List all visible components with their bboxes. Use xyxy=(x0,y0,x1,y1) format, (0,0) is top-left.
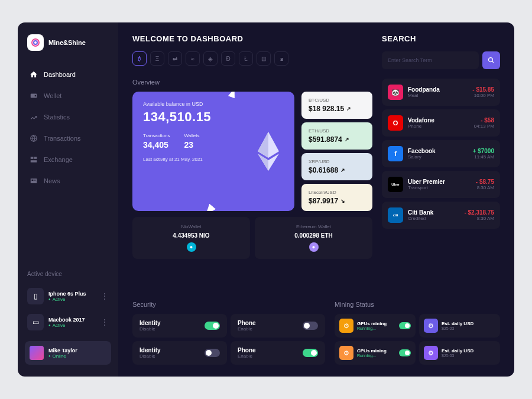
nav-label: Statistics xyxy=(44,113,70,121)
transactions-label: Transactions xyxy=(143,133,170,138)
merchant-icon: Uber xyxy=(388,177,403,192)
pair-value: $87.9917 ↘ xyxy=(309,197,365,205)
crypto-filter[interactable]: ⇄ xyxy=(168,51,182,66)
balance-amount: 134,510.15 xyxy=(143,109,284,125)
nav-dashboard[interactable]: Dashboard xyxy=(24,65,112,84)
wallet-card[interactable]: NioWallet4.434953 NIO● xyxy=(132,217,250,259)
wallet-name: NioWallet xyxy=(140,224,243,229)
search-input[interactable] xyxy=(382,51,479,69)
security-toggle[interactable] xyxy=(205,349,220,357)
mining-icon: ⚙ xyxy=(424,319,438,333)
svg-rect-8 xyxy=(31,179,37,183)
nav-transactions[interactable]: Transactions xyxy=(24,129,112,148)
balance-label: Available balance in USD xyxy=(143,101,284,107)
mining-state: $25.03 xyxy=(442,353,495,358)
profile-status: Online xyxy=(48,353,106,359)
merchant-name: Uber Premier xyxy=(408,179,471,185)
crypto-filter[interactable]: Ð xyxy=(221,51,235,66)
device-status: Active xyxy=(48,323,96,328)
svg-rect-5 xyxy=(31,157,34,159)
crypto-filter[interactable]: ⊟ xyxy=(257,51,271,66)
transaction-time: 10:00 PM xyxy=(472,93,494,98)
security-state: Disable xyxy=(140,353,161,359)
device-menu-icon[interactable]: ⋮ xyxy=(100,291,109,301)
mining-toggle[interactable] xyxy=(399,349,411,356)
transaction-amount: - $8.75 xyxy=(476,179,494,185)
device-item[interactable]: ▭Macbook 2017Active⋮ xyxy=(18,309,118,335)
wallets-value: 23 xyxy=(184,140,200,150)
transaction-item[interactable]: citiCiti BankCredited- $2,318.758:30 AM xyxy=(382,202,500,229)
transaction-item[interactable]: 🐼FoodpandaMeal- $15.8510:00 PM xyxy=(382,79,500,106)
transaction-category: Salary xyxy=(408,154,468,160)
nav-exchange[interactable]: Exchange xyxy=(24,150,112,169)
crypto-filter[interactable]: ≈ xyxy=(186,51,200,66)
mining-toggle[interactable] xyxy=(399,322,411,329)
home-icon xyxy=(30,70,38,79)
balance-card[interactable]: Available balance in USD 134,510.15 Tran… xyxy=(132,92,294,211)
security-item: PhoneEnable xyxy=(231,341,325,365)
transaction-item[interactable]: fFacebookSalary+ $700011:45 AM xyxy=(382,140,500,167)
security-toggle[interactable] xyxy=(303,349,318,357)
security-name: Phone xyxy=(238,347,256,353)
device-name: Iphone 6s Plus xyxy=(48,291,96,297)
pair-value: $0.61688 ↗ xyxy=(309,166,365,174)
mining-item: ⚙CPUs miningRunning... xyxy=(335,341,416,365)
brand-logo[interactable]: Mine&Shine xyxy=(18,34,118,65)
wallet-icon xyxy=(30,92,38,100)
merchant-name: Vodafone xyxy=(408,117,469,124)
device-name: Macbook 2017 xyxy=(48,317,96,323)
brand-icon xyxy=(27,34,44,51)
mining-name: Est. daily USD xyxy=(442,348,495,353)
merchant-icon: f xyxy=(388,146,403,161)
security-item: PhoneEnable xyxy=(231,314,325,338)
merchant-icon: 🐼 xyxy=(388,85,403,100)
mining-state: $25.03 xyxy=(442,326,495,330)
pair-card[interactable]: BTC/USD$18 928.15 ↗ xyxy=(301,92,372,119)
mining-item: ⚙Est. daily USD$25.03 xyxy=(419,314,500,338)
security-state: Enable xyxy=(238,353,256,359)
security-name: Identity xyxy=(140,347,161,353)
device-status: Active xyxy=(48,297,96,302)
merchant-icon: citi xyxy=(388,207,403,223)
svg-point-0 xyxy=(32,39,39,46)
nav-wellet[interactable]: Wellet xyxy=(24,86,112,105)
transaction-amount: + $7000 xyxy=(473,148,494,154)
crypto-filter[interactable]: Ł xyxy=(239,51,253,66)
mining-name: GPUs mining xyxy=(357,321,395,326)
pair-label: ETH/USD xyxy=(309,128,365,134)
nav-news[interactable]: News xyxy=(24,171,112,190)
crypto-filter[interactable]: ◈ xyxy=(203,51,218,66)
crypto-filter[interactable]: ₿ xyxy=(132,51,147,66)
transaction-item[interactable]: UberUber PremierTransport- $8.758:30 AM xyxy=(382,171,500,198)
mining-name: Est. daily USD xyxy=(442,321,495,326)
pair-card[interactable]: Litecoin/USD$87.9917 ↘ xyxy=(301,184,372,211)
wallet-balance: 0.000298 ETH xyxy=(262,232,365,239)
pair-card[interactable]: XRP/USD$0.61688 ↗ xyxy=(301,153,372,180)
crypto-filter[interactable]: Ξ xyxy=(150,51,164,66)
device-icon: ▯ xyxy=(27,288,44,304)
wallet-card[interactable]: Ethereum Wallet0.000298 ETH● xyxy=(255,217,372,259)
mining-state: Running... xyxy=(357,353,395,358)
brand-name: Mine&Shine xyxy=(48,39,86,46)
pair-label: BTC/USD xyxy=(309,98,365,103)
profile-card[interactable]: Mike Taylor Online xyxy=(25,341,111,365)
transaction-item[interactable]: OVodafonePhone- $5804:13 PM xyxy=(382,109,500,137)
svg-rect-6 xyxy=(34,157,37,159)
svg-line-13 xyxy=(492,61,494,63)
wallet-balance: 4.434953 NIO xyxy=(140,232,243,239)
security-toggle[interactable] xyxy=(303,322,318,330)
mining-icon: ⚙ xyxy=(339,319,353,333)
crypto-filter[interactable]: ƶ xyxy=(274,51,288,66)
device-item[interactable]: ▯Iphone 6s PlusActive⋮ xyxy=(18,283,118,309)
svg-rect-9 xyxy=(32,180,34,181)
wallet-name: Ethereum Wallet xyxy=(262,224,365,229)
device-menu-icon[interactable]: ⋮ xyxy=(100,317,109,327)
pair-card[interactable]: ETH/USD$591.8874 ↗ xyxy=(301,122,372,150)
news-icon xyxy=(30,177,38,185)
security-toggle[interactable] xyxy=(205,322,220,330)
nav-statistics[interactable]: Statistics xyxy=(24,108,112,126)
security-label: Security xyxy=(132,301,325,308)
search-button[interactable] xyxy=(482,51,500,69)
wallet-coin-icon: ● xyxy=(309,242,319,252)
transaction-category: Transport xyxy=(408,185,471,190)
